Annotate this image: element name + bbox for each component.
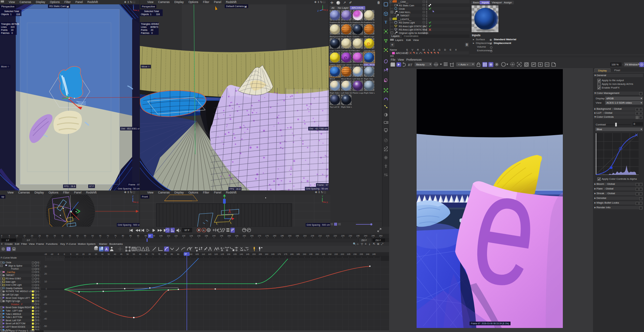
svg-text:220: 220	[333, 235, 337, 237]
svg-text:< Auto >: < Auto >	[458, 63, 468, 66]
svg-text:-10: -10	[50, 253, 53, 255]
svg-text:120: 120	[182, 235, 185, 237]
svg-text:185: 185	[280, 235, 284, 237]
svg-text:Right Side L: Right Side L	[341, 106, 352, 108]
svg-text:80: 80	[164, 253, 167, 255]
svg-text:0 F: 0 F	[27, 239, 30, 241]
svg-text:Wood Birch: Wood Birch	[341, 36, 352, 38]
svg-text:CAM NULL: CAM NULL	[399, 11, 411, 13]
svg-text:110: 110	[167, 235, 170, 237]
svg-text:110: 110	[202, 253, 205, 255]
svg-text:Beauty: Beauty	[416, 63, 425, 66]
svg-text:200: 200	[315, 253, 319, 255]
svg-text:Feathers Bl: Feathers Bl	[330, 21, 340, 23]
svg-text:70: 70	[152, 253, 154, 255]
svg-text:97 F: 97 F	[184, 229, 190, 232]
svg-text:25: 25	[95, 253, 97, 255]
svg-text:10: 10	[76, 253, 78, 255]
svg-text:170: 170	[258, 235, 261, 237]
svg-text:105: 105	[159, 235, 163, 237]
svg-text:230: 230	[353, 253, 357, 255]
svg-text:⇱: ⇱	[373, 242, 375, 245]
svg-text:215: 215	[334, 253, 338, 255]
svg-text:135: 135	[205, 235, 208, 237]
svg-text:Functions: Functions	[46, 242, 58, 245]
svg-text:20: 20	[89, 253, 91, 255]
svg-text:190: 190	[303, 253, 307, 255]
svg-text:80: 80	[122, 235, 124, 237]
svg-text:X: X	[137, 201, 139, 204]
svg-text:Original Lights for Animation: Original Lights for Animation	[399, 32, 428, 35]
svg-text:35: 35	[54, 235, 56, 237]
svg-text:75: 75	[158, 253, 160, 255]
svg-text:BACK: BACK	[330, 78, 335, 80]
svg-text:Right Side: Right Side	[364, 78, 373, 80]
svg-text:ORNG Sean: ORNG Sean	[330, 64, 341, 66]
svg-text:-15: -15	[44, 253, 47, 255]
svg-text:Z: Z	[317, 10, 319, 12]
svg-text:165: 165	[250, 235, 254, 237]
svg-text:175: 175	[284, 253, 287, 255]
svg-text:≡: ≡	[1, 242, 3, 245]
svg-text:50: 50	[76, 235, 79, 237]
svg-text:Create: Create	[5, 242, 13, 245]
svg-text:160: 160	[265, 253, 269, 255]
svg-text:Edit: Edit	[15, 242, 20, 245]
svg-text:180: 180	[290, 253, 294, 255]
svg-text:250: 250	[379, 235, 383, 237]
svg-text:15: 15	[23, 235, 25, 237]
svg-text:15: 15	[82, 253, 85, 255]
svg-text:F-Curve: F-Curve	[66, 242, 76, 245]
svg-text:240: 240	[364, 235, 368, 237]
svg-text:180: 180	[273, 235, 277, 237]
svg-text:Feathers Pu: Feathers Pu	[341, 21, 352, 23]
svg-text:⦙: ⦙	[623, 64, 623, 66]
svg-text:60: 60	[139, 253, 142, 255]
svg-text:210: 210	[318, 235, 322, 237]
svg-text:Wood Logo: Wood Logo	[364, 36, 374, 38]
svg-text:PV: PV	[546, 64, 548, 66]
svg-text:RS Area Light STATIC ylw: RS Area Light STATIC ylw	[399, 25, 426, 28]
svg-text:Feathers Pir: Feathers Pir	[353, 21, 364, 23]
svg-text:10: 10	[16, 235, 18, 237]
svg-text:30: 30	[44, 265, 47, 268]
svg-text:Frame 97: 2026-03-06 08:33:39: Frame 97: 2026-03-06 08:33:39 (8.19s)	[471, 322, 509, 325]
svg-text:235: 235	[360, 253, 363, 255]
svg-text:230: 230	[349, 235, 353, 237]
svg-text:40: 40	[114, 253, 116, 255]
svg-text:140: 140	[239, 253, 243, 255]
svg-text:A: A	[105, 247, 108, 251]
svg-text:105: 105	[196, 253, 199, 255]
svg-text:130: 130	[197, 235, 201, 237]
svg-text:10: 10	[44, 280, 47, 283]
svg-text:25: 25	[39, 235, 41, 237]
svg-text:Right Side (: Right Side (	[330, 92, 340, 94]
svg-text:60: 60	[92, 235, 94, 237]
svg-text:120: 120	[214, 253, 218, 255]
svg-text:85: 85	[129, 235, 132, 237]
svg-text:RS Static Cam: RS Static Cam	[399, 4, 414, 7]
svg-text:215: 215	[326, 235, 330, 237]
svg-text:205: 205	[311, 235, 315, 237]
svg-text:Left Side M: Left Side M	[353, 78, 363, 80]
svg-text:155: 155	[235, 235, 239, 237]
svg-text:Motion System: Motion System	[78, 242, 96, 245]
svg-text:View: View	[29, 242, 35, 245]
svg-text:≡: ≡	[365, 242, 367, 245]
svg-text:225: 225	[341, 235, 345, 237]
svg-text:65: 65	[146, 253, 148, 255]
svg-text:Canvas 006: Canvas 006	[364, 50, 375, 52]
svg-text:⤓: ⤓	[369, 242, 370, 245]
svg-text:100 %: 100 %	[611, 63, 619, 66]
svg-text:Top Left SI: Top Left SI	[330, 106, 339, 108]
svg-text:RS Area Light STATIC blue: RS Area Light STATIC blue	[399, 29, 427, 31]
svg-text:40: 40	[61, 235, 63, 237]
svg-text:95: 95	[145, 235, 147, 237]
svg-text:Wood Birch: Wood Birch	[341, 78, 352, 80]
svg-text:45: 45	[69, 235, 71, 237]
svg-text:X: X	[326, 9, 328, 11]
svg-text:-5: -5	[57, 253, 59, 255]
svg-text:90: 90	[177, 253, 179, 255]
svg-text:250 F: 250 F	[361, 239, 367, 241]
svg-text:35: 35	[108, 253, 110, 255]
